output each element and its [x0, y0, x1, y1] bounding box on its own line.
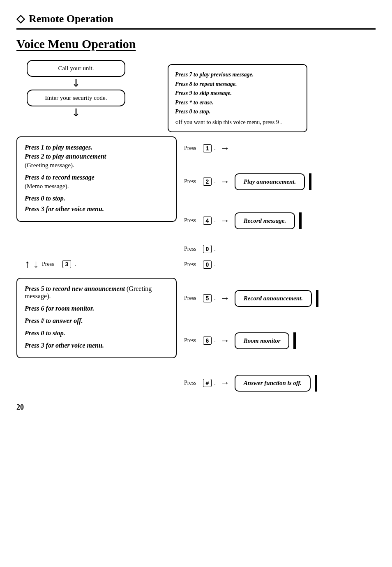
result-play-announcement: Play announcement.	[235, 173, 305, 190]
press-6-label: Press	[184, 337, 196, 344]
info-line-2: Press 8 to repeat message.	[175, 80, 300, 88]
press-2-label: Press	[184, 178, 196, 185]
menu1-item-1: Press 1 to play messages.	[25, 144, 168, 151]
page-title: Remote Operation	[29, 13, 113, 25]
press-3-transition-label: Press	[42, 261, 54, 267]
menu2-item-1: Press 5 to record new announcement (Gree…	[25, 285, 168, 300]
press-0-trans-label: Press	[184, 261, 196, 268]
section-title: Voice Menu Operation	[16, 37, 376, 51]
menu1-item-4: Press 0 to stop.	[25, 195, 168, 202]
key-hash-box: #	[203, 379, 212, 387]
key-5-box: 5	[203, 294, 212, 302]
press-0-transition-row: Press 0 .	[184, 260, 376, 269]
info-line-5: Press 0 to stop.	[175, 108, 300, 116]
menu1-item-2-normal: (Greeting message).	[25, 162, 168, 169]
menu-box-1: Press 1 to play messages. Press 2 to pla…	[16, 136, 177, 222]
menu-box-2: Press 5 to record new announcement (Gree…	[16, 278, 177, 358]
menu1-item-3-normal: (Memo message).	[25, 183, 168, 190]
press-2-row: Press 2 . → Play announcement.	[184, 173, 376, 190]
result-answer-function: Answer function is off.	[235, 375, 311, 392]
page-header: ◇ Remote Operation	[16, 12, 376, 30]
menu1-item-2: Press 2 to play announcement	[25, 153, 168, 160]
press-hash-label: Press	[184, 380, 196, 386]
info-line-4: Press * to erase.	[175, 99, 300, 107]
security-code-box: Enter your security code.	[27, 90, 125, 106]
key-6-box: 6	[203, 337, 212, 345]
result-record-announcement: Record announcement.	[235, 290, 312, 307]
press-4-label: Press	[184, 217, 196, 224]
diamond-icon: ◇	[16, 12, 25, 25]
info-box: Press 7 to play previous message. Press …	[168, 64, 307, 132]
page-number: 20	[16, 403, 376, 412]
press-6-row: Press 6 . → Room monitor	[184, 332, 376, 349]
press-5-row: Press 5 . → Record announcement.	[184, 290, 376, 307]
menu2-item-2: Press 6 for room monitor.	[25, 305, 168, 312]
up-arrow-icon: ↑	[25, 258, 30, 270]
press-1-row: Press 1 . →	[184, 143, 376, 154]
key-2-box: 2	[203, 177, 212, 186]
menu2-item-5: Press 3 for other voice menu.	[25, 342, 168, 349]
key-0-trans-box: 0	[203, 260, 212, 269]
result-record-message: Record message.	[235, 212, 295, 229]
press-4-row: Press 4 . → Record message.	[184, 212, 376, 229]
info-note: ○If you want to skip this voice menu, pr…	[175, 119, 300, 126]
result-room-monitor: Room monitor	[235, 332, 290, 349]
key-3-transition-box: 3	[62, 260, 71, 268]
menu2-item-3: Press # to answer off.	[25, 317, 168, 325]
key-4-box: 4	[203, 217, 212, 225]
press-hash-row: Press # . → Answer function is off.	[184, 375, 376, 392]
press-5-label: Press	[184, 295, 196, 302]
press-0-label: Press	[184, 246, 196, 252]
call-unit-box: Call your unit.	[27, 60, 125, 77]
menu1-item-3: Press 4 to record message	[25, 174, 168, 181]
press-0-row: Press 0 .	[184, 245, 376, 253]
info-line-3: Press 9 to skip message.	[175, 89, 300, 97]
key-1-box: 1	[203, 144, 212, 152]
info-line-1: Press 7 to play previous message.	[175, 71, 300, 79]
menu1-item-5: Press 3 for other voice menu.	[25, 205, 168, 213]
down-arrow-icon: ↓	[33, 258, 39, 270]
key-0-box: 0	[203, 245, 212, 253]
press-1-label: Press	[184, 145, 196, 152]
menu2-item-4: Press 0 to stop.	[25, 330, 168, 337]
